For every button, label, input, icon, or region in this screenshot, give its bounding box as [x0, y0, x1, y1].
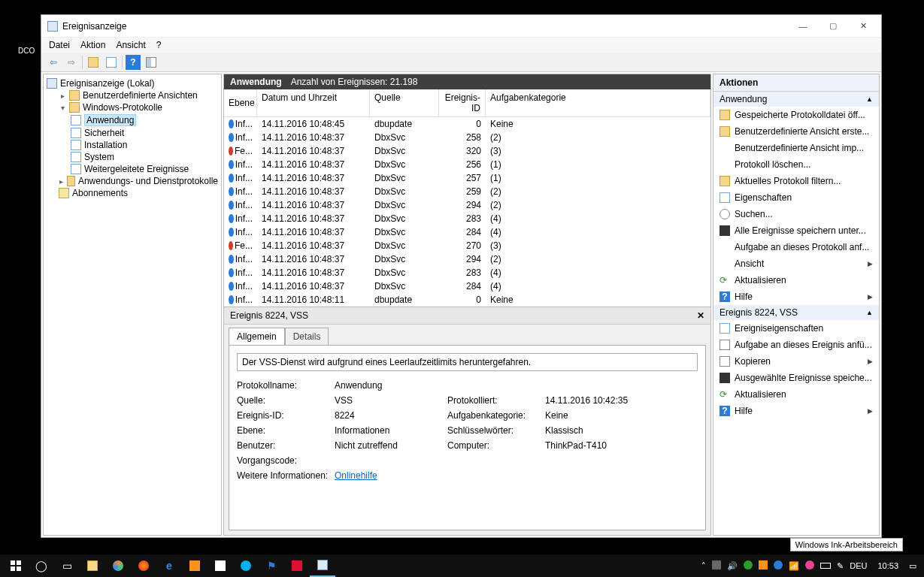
menu-view[interactable]: Ansicht [116, 40, 145, 50]
menu-file[interactable]: Datei [49, 40, 70, 50]
action-save-all-events[interactable]: Alle Ereignisse speichern unter... [713, 222, 879, 239]
tray-pink-icon[interactable] [805, 560, 814, 571]
taskbar-flag[interactable]: ⚑ [259, 554, 284, 577]
actions-section-event[interactable]: Ereignis 8224, VSS▲ [713, 305, 879, 320]
cortana-button[interactable]: ◯ [29, 554, 54, 577]
nav-back-button[interactable]: ⇦ [46, 55, 61, 70]
table-row[interactable]: Inf...14.11.2016 10:48:37DbxSvc284(4) [224, 225, 710, 239]
menu-help[interactable]: ? [156, 40, 162, 50]
event-grid[interactable]: Ebene Datum und Uhrzeit Quelle Ereignis-… [224, 89, 710, 307]
help-button[interactable]: ? [126, 55, 141, 70]
pane-toggle-button[interactable] [144, 55, 159, 70]
taskbar[interactable]: ◯ ▭ e ⚑ ˄ 🔊 📶 ✎ DEU 10:53 ▭ [0, 554, 924, 577]
table-row[interactable]: Inf...14.11.2016 10:48:37DbxSvc256(1) [224, 158, 710, 171]
table-row[interactable]: Inf...14.11.2016 10:48:11dbupdate0Keine [224, 293, 710, 307]
nav-forward-button[interactable]: ⇨ [64, 55, 79, 70]
action-import-custom-view[interactable]: Benutzerdefinierte Ansicht imp... [713, 140, 879, 156]
table-row[interactable]: Inf...14.11.2016 10:48:37DbxSvc284(4) [224, 279, 710, 293]
col-datetime[interactable]: Datum und Uhrzeit [257, 89, 370, 116]
action-view-submenu[interactable]: Ansicht▶ [713, 255, 879, 272]
tree-subscriptions[interactable]: Abonnements [57, 187, 220, 199]
actions-section-application[interactable]: Anwendung▲ [713, 92, 879, 107]
start-button[interactable] [3, 554, 29, 577]
tray-notifications-icon[interactable]: ▭ [909, 561, 916, 571]
detail-close-button[interactable]: ✕ [697, 310, 704, 321]
col-event-id[interactable]: Ereignis-ID [439, 89, 486, 116]
minimize-button[interactable]: — [788, 15, 818, 38]
table-row[interactable]: Inf...14.11.2016 10:48:37DbxSvc294(2) [224, 252, 710, 266]
table-row[interactable]: Inf...14.11.2016 10:48:45dbupdate0Keine [224, 117, 710, 131]
link-onlinehelp[interactable]: Onlinehilfe [335, 470, 377, 481]
action-event-properties[interactable]: Ereigniseigenschaften [713, 320, 879, 337]
tab-general[interactable]: Allgemein [229, 328, 285, 345]
tray-wifi-icon[interactable]: 📶 [789, 561, 799, 571]
taskbar-skype[interactable] [233, 554, 259, 577]
tray-volume-icon[interactable]: 🔊 [727, 561, 738, 571]
action-clear-log[interactable]: Protokoll löschen... [713, 156, 879, 173]
tray-battery-icon[interactable] [820, 561, 831, 570]
taskbar-firefox[interactable] [131, 554, 156, 577]
maximize-button[interactable]: ▢ [818, 15, 848, 38]
tree-item-security[interactable]: Sicherheit [69, 127, 220, 139]
col-source[interactable]: Quelle [370, 89, 439, 116]
action-attach-task-event[interactable]: Aufgabe an dieses Ereignis anfü... [713, 337, 879, 353]
table-row[interactable]: Inf...14.11.2016 10:48:37DbxSvc259(2) [224, 185, 710, 198]
tree-custom-views[interactable]: ▸Benutzerdefinierte Ansichten [57, 89, 220, 101]
taskbar-app-red[interactable] [284, 554, 310, 577]
table-row[interactable]: Fe...14.11.2016 10:48:37DbxSvc320(3) [224, 144, 710, 158]
tray-sync-icon[interactable] [774, 560, 783, 571]
action-open-saved-log[interactable]: Gespeicherte Protokolldatei öff... [713, 107, 879, 123]
action-properties[interactable]: Eigenschaften [713, 189, 879, 206]
folder-button[interactable] [86, 55, 101, 70]
action-find[interactable]: Suchen... [713, 206, 879, 222]
properties-button[interactable] [104, 55, 119, 70]
table-row[interactable]: Inf...14.11.2016 10:48:37DbxSvc283(4) [224, 212, 710, 225]
titlebar[interactable]: Ereignisanzeige — ▢ ✕ [41, 15, 881, 38]
tree-item-setup[interactable]: Installation [69, 139, 220, 151]
close-button[interactable]: ✕ [848, 15, 878, 38]
action-help-2[interactable]: ?Hilfe▶ [713, 403, 879, 419]
table-row[interactable]: Inf...14.11.2016 10:48:37DbxSvc283(4) [224, 266, 710, 279]
action-refresh[interactable]: ⟳Aktualisieren [713, 272, 879, 288]
tray-ink-icon[interactable]: ✎ [837, 561, 844, 571]
taskbar-chrome[interactable] [105, 554, 131, 577]
tray-green-icon[interactable] [744, 560, 753, 571]
tray-app-icon[interactable] [712, 560, 721, 571]
tree-pane[interactable]: Ereignisanzeige (Lokal) ▸Benutzerdefinie… [43, 74, 222, 536]
action-refresh-2[interactable]: ⟳Aktualisieren [713, 386, 879, 403]
action-save-selected[interactable]: Ausgewählte Ereignisse speiche... [713, 370, 879, 386]
col-category[interactable]: Aufgabenkategorie [486, 89, 710, 116]
taskbar-app-orange[interactable] [182, 554, 208, 577]
taskbar-explorer[interactable] [80, 554, 105, 577]
action-help[interactable]: ?Hilfe▶ [713, 288, 879, 305]
table-row[interactable]: Fe...14.11.2016 10:48:37DbxSvc270(3) [224, 239, 710, 252]
grid-header[interactable]: Ebene Datum und Uhrzeit Quelle Ereignis-… [224, 89, 710, 117]
tree-item-forwarded[interactable]: Weitergeleitete Ereignisse [69, 163, 220, 175]
tray-clock[interactable]: 10:53 [873, 561, 903, 570]
tab-details[interactable]: Details [285, 328, 329, 345]
table-row[interactable]: Inf...14.11.2016 10:48:37DbxSvc257(1) [224, 171, 710, 185]
taskbar-eventviewer[interactable] [310, 554, 335, 577]
system-tray[interactable]: ˄ 🔊 📶 ✎ DEU 10:53 ▭ [701, 560, 921, 571]
action-create-custom-view[interactable]: Benutzerdefinierte Ansicht erste... [713, 123, 879, 140]
error-icon [229, 147, 233, 156]
action-filter-log[interactable]: Aktuelles Protokoll filtern... [713, 173, 879, 189]
tree-windows-logs[interactable]: ▾Windows-Protokolle [57, 101, 220, 113]
tree-app-service-logs[interactable]: ▸Anwendungs- und Dienstprotokolle [57, 175, 220, 187]
action-attach-task-log[interactable]: Aufgabe an dieses Protokoll anf... [713, 239, 879, 255]
tray-overflow-icon[interactable]: ˄ [701, 561, 706, 571]
tray-language[interactable]: DEU [850, 561, 867, 570]
tree-root[interactable]: Ereignisanzeige (Lokal) [45, 77, 220, 89]
tray-orange-icon[interactable] [759, 560, 768, 571]
table-row[interactable]: Inf...14.11.2016 10:48:37DbxSvc258(2) [224, 131, 710, 144]
tree-item-application[interactable]: Anwendung [69, 113, 220, 127]
tree-item-system[interactable]: System [69, 151, 220, 163]
col-level[interactable]: Ebene [224, 89, 257, 116]
taskbar-store[interactable] [208, 554, 233, 577]
taskbar-edge[interactable]: e [156, 554, 182, 577]
table-row[interactable]: Inf...14.11.2016 10:48:37DbxSvc294(2) [224, 198, 710, 212]
taskview-button[interactable]: ▭ [54, 554, 80, 577]
action-copy[interactable]: Kopieren▶ [713, 353, 879, 370]
menu-action[interactable]: Aktion [80, 40, 105, 50]
grid-body[interactable]: Inf...14.11.2016 10:48:45dbupdate0KeineI… [224, 117, 710, 307]
